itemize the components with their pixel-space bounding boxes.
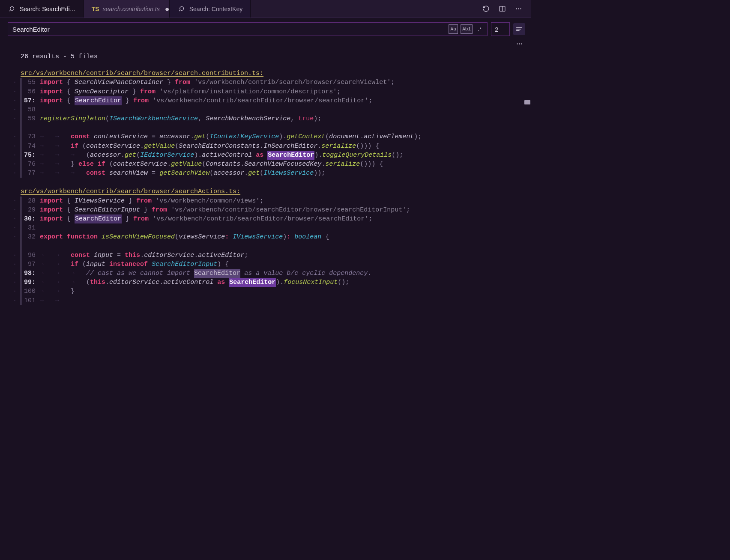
svg-point-7 [518, 8, 519, 9]
tab-label: Search: ContextKey [189, 6, 243, 12]
tab-ts-file-dirty[interactable]: TS search.contribution.ts ● [84, 0, 170, 18]
whole-word-toggle[interactable]: Abl [461, 24, 473, 34]
search-icon [8, 5, 16, 13]
result-line[interactable]: ·77→ → → const searchView = getSearchVie… [0, 169, 531, 178]
result-line[interactable]: ·29import { SearchEditorInput } from 'vs… [0, 206, 531, 214]
search-results-editor[interactable]: 26 results - 5 files src/vs/workbench/co… [0, 49, 531, 408]
tab-search-contextkey[interactable]: Search: ContextKey [170, 0, 251, 18]
search-input-container: Aa Abl ․* [8, 22, 488, 36]
svg-point-6 [516, 8, 517, 9]
result-line[interactable]: ·76→ → } else if (contextService.getValu… [0, 160, 531, 169]
result-line[interactable]: ·97→ → if (input instanceof SearchEditor… [0, 260, 531, 269]
result-line[interactable]: ·59registerSingleton(ISearchWorkbenchSer… [0, 114, 531, 123]
result-line[interactable]: ·74→ → if (contextService.getValue(Searc… [0, 142, 531, 151]
editor-tabs: Search: SearchEdi… TS search.contributio… [0, 0, 531, 18]
result-line[interactable]: ·73→ → const contextService = accessor.g… [0, 132, 531, 141]
svg-point-8 [520, 8, 521, 9]
svg-point-14 [521, 43, 522, 44]
dirty-indicator-icon: ● [165, 5, 170, 13]
context-lines-input[interactable]: 2 [491, 22, 510, 36]
match-case-toggle[interactable]: Aa [449, 24, 458, 34]
ts-badge-icon: TS [92, 6, 99, 12]
result-group-bar [21, 78, 21, 178]
regex-toggle[interactable]: ․* [475, 24, 485, 34]
svg-point-12 [517, 43, 518, 44]
split-editor-icon[interactable] [498, 5, 506, 13]
svg-point-2 [180, 7, 184, 11]
svg-point-13 [519, 43, 520, 44]
result-line[interactable]: ·99:→ → → (this.editorService.activeCont… [0, 278, 531, 287]
rerun-search-icon[interactable] [482, 5, 490, 13]
result-line[interactable]: ·98:→ → → // cast as we cannot import Se… [0, 269, 531, 278]
tab-search-editor-active[interactable]: Search: SearchEdi… [0, 0, 84, 18]
more-search-actions-icon[interactable] [515, 39, 524, 48]
result-line[interactable]: ·55import { SearchViewPaneContainer } fr… [0, 78, 531, 87]
result-line[interactable]: ·101→ → [0, 296, 531, 305]
toggle-search-details[interactable] [513, 23, 525, 35]
results-summary: 26 results - 5 files [0, 52, 531, 61]
result-line[interactable]: ·100→ → } [0, 287, 531, 296]
context-lines-value: 2 [495, 26, 498, 33]
result-line[interactable]: ·32export function isSearchViewFocused(v… [0, 232, 531, 241]
result-line[interactable]: ·96→ → const input = this.editorService.… [0, 251, 531, 260]
result-file-heading[interactable]: src/vs/workbench/contrib/search/browser/… [0, 69, 531, 78]
result-line[interactable]: ·58 [0, 105, 531, 114]
search-header: Aa Abl ․* 2 [0, 18, 531, 39]
svg-line-3 [179, 10, 180, 11]
svg-line-1 [9, 10, 11, 11]
result-line[interactable]: ·56import { SyncDescriptor } from 'vs/pl… [0, 87, 531, 96]
result-line[interactable]: ·75:→ → → (accessor.get(IEditorService).… [0, 151, 531, 160]
result-line[interactable]: ·57:import { SearchEditor } from 'vs/wor… [0, 96, 531, 105]
more-actions-icon[interactable] [514, 5, 523, 13]
result-line[interactable]: ·31 [0, 223, 531, 232]
result-line[interactable]: ·28import { IViewsService } from 'vs/wor… [0, 197, 531, 206]
result-group-bar [21, 197, 21, 305]
tab-label: Search: SearchEdi… [20, 6, 76, 12]
search-icon [177, 5, 186, 13]
result-line[interactable]: ·30:import { SearchEditor } from 'vs/wor… [0, 214, 531, 223]
result-file-heading[interactable]: src/vs/workbench/contrib/search/browser/… [0, 187, 531, 196]
tab-label: search.contribution.ts [103, 6, 160, 12]
search-query-input[interactable] [12, 26, 449, 33]
svg-point-0 [10, 7, 14, 11]
